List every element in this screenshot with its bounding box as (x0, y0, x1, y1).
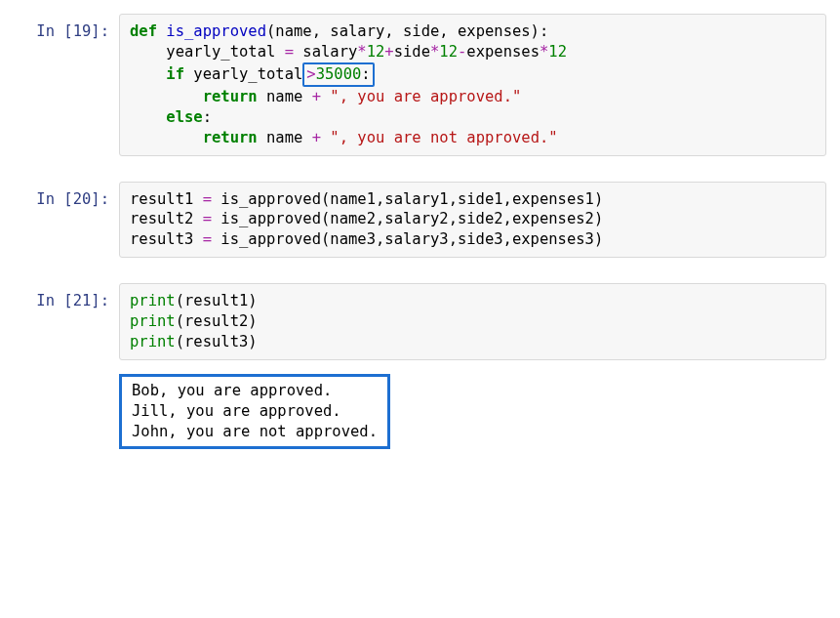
kw-def: def (130, 22, 157, 40)
cell-prompt: In [20]: (14, 182, 119, 259)
highlight-box-output: Bob, you are approved. Jill, you are app… (119, 374, 390, 449)
output-prompt-spacer (14, 368, 109, 455)
func-name: is_approved (166, 22, 266, 40)
highlight-box-threshold: >35000: (302, 62, 374, 87)
code-input[interactable]: print(result1) print(result2) print(resu… (119, 283, 826, 360)
code-input[interactable]: result1 = is_approved(name1,salary1,side… (119, 182, 826, 259)
notebook-cell-19: In [19]: def is_approved(name, salary, s… (14, 14, 826, 156)
cell-output-21: Bob, you are approved. Jill, you are app… (14, 368, 826, 455)
output-text: Bob, you are approved. Jill, you are app… (109, 368, 826, 455)
cell-prompt: In [21]: (14, 283, 119, 360)
cell-prompt: In [19]: (14, 14, 119, 156)
notebook-cell-20: In [20]: result1 = is_approved(name1,sal… (14, 182, 826, 259)
notebook-cell-21: In [21]: print(result1) print(result2) p… (14, 283, 826, 360)
code-input[interactable]: def is_approved(name, salary, side, expe… (119, 14, 826, 156)
